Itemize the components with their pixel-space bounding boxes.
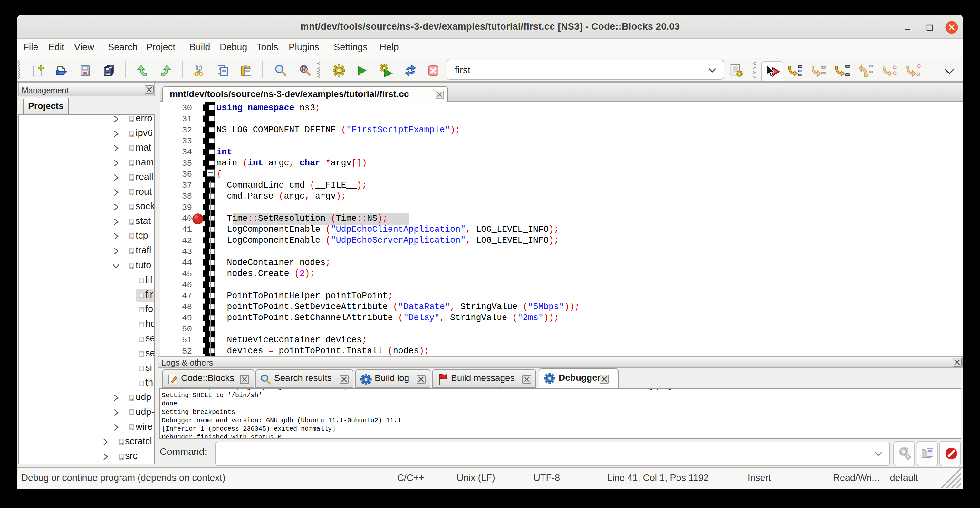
svg-text:R: R [301, 64, 307, 74]
